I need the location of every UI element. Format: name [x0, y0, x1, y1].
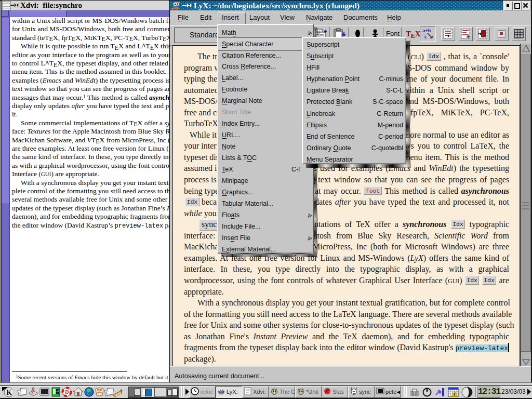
svg-text:!: !: [454, 392, 455, 397]
svg-text:K: K: [6, 389, 12, 396]
